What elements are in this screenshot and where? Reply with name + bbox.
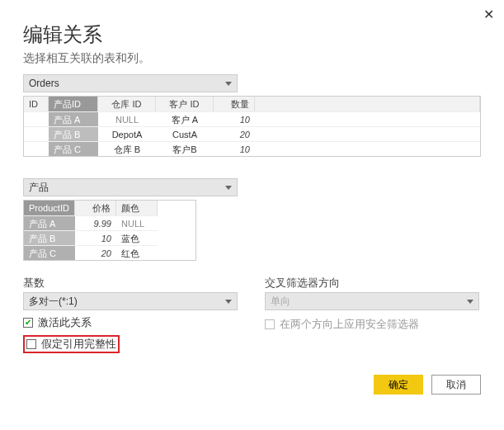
cell-price: 20 <box>75 245 116 260</box>
table1-select[interactable]: Orders <box>23 74 238 92</box>
cell-product: 产品 B <box>24 230 75 245</box>
cardinality-value: 多对一(*:1) <box>29 295 225 309</box>
dialog-footer: 确定 取消 <box>23 375 481 395</box>
cell-color: 红色 <box>116 245 158 260</box>
col-color[interactable]: 颜色 <box>116 201 158 215</box>
table2: ProductID 价格 颜色 产品 A 9.99 NULL 产品 B 10 蓝… <box>23 200 196 261</box>
col-price[interactable]: 价格 <box>75 201 116 215</box>
cell-depot: 仓库 B <box>98 141 156 156</box>
cell-customer: CustA <box>156 126 214 141</box>
cell-qty: 10 <box>214 111 255 126</box>
cell-depot: DepotA <box>98 126 156 141</box>
table-row[interactable]: 产品 C 仓库 B 客户B 10 <box>24 141 480 156</box>
col-id[interactable]: ID <box>24 97 49 111</box>
table-row[interactable]: 产品 B 10 蓝色 <box>24 230 195 245</box>
table-row[interactable]: 产品 C 20 红色 <box>24 245 195 260</box>
table1: ID 产品ID 仓库 ID 客户 ID 数量 产品 A NULL 客户 A 10… <box>23 96 481 157</box>
table-row[interactable]: 产品 B DepotA CustA 20 <box>24 126 480 141</box>
cardinality-select[interactable]: 多对一(*:1) <box>23 292 238 310</box>
cell-qty: 20 <box>214 126 255 141</box>
cell-customer: 客户B <box>156 141 214 156</box>
cell-depot: NULL <box>98 111 156 126</box>
table-row[interactable]: 产品 A NULL 客户 A 10 <box>24 111 480 126</box>
cell-price: 9.99 <box>75 215 116 230</box>
table2-select[interactable]: 产品 <box>23 178 238 196</box>
col-product-id[interactable]: ProductID <box>24 201 75 215</box>
cell-product: 产品 A <box>24 215 75 230</box>
table2-header-row: ProductID 价格 颜色 <box>24 201 195 215</box>
close-icon[interactable]: ✕ <box>483 7 494 22</box>
cell-color: NULL <box>116 215 158 230</box>
dialog-subtitle: 选择相互关联的表和列。 <box>23 51 481 66</box>
activate-label: 激活此关系 <box>38 315 92 330</box>
crossfilter-value: 单向 <box>271 295 467 309</box>
cell-customer: 客户 A <box>156 111 214 126</box>
edit-relationship-dialog: ✕ 编辑关系 选择相互关联的表和列。 Orders ID 产品ID 仓库 ID … <box>0 0 504 409</box>
ok-button[interactable]: 确定 <box>374 375 423 395</box>
col-depot-id[interactable]: 仓库 ID <box>98 97 156 111</box>
table-row[interactable]: 产品 A 9.99 NULL <box>24 215 195 230</box>
relationship-options: 基数 多对一(*:1) ✔ 激活此关系 假定引用完整性 交叉筛选器方向 单向 <box>23 276 481 353</box>
security-filter-label: 在两个方向上应用安全筛选器 <box>280 317 419 332</box>
crossfilter-select[interactable]: 单向 <box>265 292 479 310</box>
assume-integrity-highlight: 假定引用完整性 <box>23 335 120 353</box>
activate-relationship-row: ✔ 激活此关系 <box>23 315 240 330</box>
cell-product: 产品 C <box>24 245 75 260</box>
cell-color: 蓝色 <box>116 230 158 245</box>
cancel-button[interactable]: 取消 <box>431 375 481 395</box>
dialog-title: 编辑关系 <box>23 21 481 48</box>
cell-product: 产品 A <box>49 111 98 126</box>
col-qty[interactable]: 数量 <box>214 97 255 111</box>
chevron-down-icon <box>225 300 232 304</box>
assume-integrity-label: 假定引用完整性 <box>41 337 116 352</box>
table1-select-label: Orders <box>29 78 225 89</box>
table1-header-row: ID 产品ID 仓库 ID 客户 ID 数量 <box>24 97 480 111</box>
activate-checkbox[interactable]: ✔ <box>23 318 33 328</box>
col-customer-id[interactable]: 客户 ID <box>156 97 214 111</box>
crossfilter-label: 交叉筛选器方向 <box>265 276 482 291</box>
security-filter-checkbox[interactable] <box>265 319 275 329</box>
cell-qty: 10 <box>214 141 255 156</box>
cell-price: 10 <box>75 230 116 245</box>
chevron-down-icon <box>225 82 232 86</box>
cell-product: 产品 B <box>49 126 98 141</box>
cardinality-label: 基数 <box>23 276 240 291</box>
table2-select-label: 产品 <box>29 181 225 195</box>
assume-integrity-checkbox[interactable] <box>26 339 36 349</box>
chevron-down-icon <box>225 186 232 190</box>
col-product-id[interactable]: 产品ID <box>49 97 98 111</box>
chevron-down-icon <box>467 300 473 304</box>
cell-product: 产品 C <box>49 141 98 156</box>
